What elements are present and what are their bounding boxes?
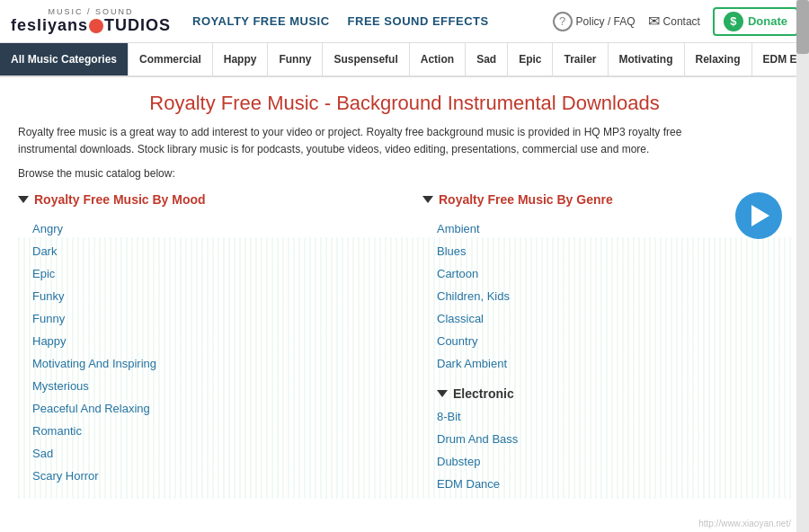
list-item: Dubstep [422,450,791,473]
mood-section-header: Royalty Free Music By Mood [18,192,387,207]
list-item: Sad [18,442,387,465]
triangle-down-icon-3 [437,390,448,397]
cat-funny[interactable]: Funny [268,43,323,75]
main-nav: ROYALTY FREE MUSIC FREE SOUND EFFECTS [192,14,552,28]
play-icon [751,205,769,226]
genre-country-link[interactable]: Country [437,334,478,348]
genre-blues-link[interactable]: Blues [437,244,467,258]
list-item: Country [422,330,791,352]
mood-funky-link[interactable]: Funky [32,289,64,303]
genre-dubstep-link[interactable]: Dubstep [437,455,480,468]
electronic-title: Electronic [453,386,514,401]
policy-faq-link[interactable]: ? Policy / FAQ [553,12,636,31]
genre-cartoon-link[interactable]: Cartoon [437,267,478,280]
list-item: Drum And Bass [422,428,791,450]
triangle-down-icon [18,196,29,203]
mood-scary-link[interactable]: Scary Horror [32,469,99,483]
genre-edm-link[interactable]: EDM Dance [437,477,500,491]
list-item: Funny [18,307,387,330]
cat-action[interactable]: Action [410,43,466,75]
donate-label: Donate [748,14,787,28]
genre-list: Ambient Blues Cartoon Children, Kids Cla… [422,217,791,375]
genre-dark-ambient-link[interactable]: Dark Ambient [437,357,507,370]
list-item: Scary Horror [18,465,387,487]
electronic-header: Electronic [422,382,791,405]
mood-peaceful-link[interactable]: Peaceful And Relaxing [32,402,150,415]
mood-angry-link[interactable]: Angry [32,222,63,235]
main-content: Royalty Free Music - Background Instrume… [0,77,809,513]
mood-list: Angry Dark Epic Funky Funny Happy Motiva… [18,217,387,487]
cat-sad[interactable]: Sad [466,43,508,75]
list-item: Mysterious [18,375,387,397]
page-title: Royalty Free Music - Background Instrume… [18,92,791,115]
mood-romantic-link[interactable]: Romantic [32,424,82,438]
contact-label: Contact [663,15,700,28]
list-item: Epic [18,262,387,285]
list-item: Funky [18,285,387,307]
mood-section-title: Royalty Free Music By Mood [34,192,206,207]
mood-sad-link[interactable]: Sad [32,447,53,460]
list-item: Children, Kids [422,285,791,307]
logo[interactable]: MUSIC / SOUND fesliyansTUDIOS [11,7,171,35]
cat-suspenseful[interactable]: Suspenseful [323,43,409,75]
list-item: Angry [18,217,387,240]
donate-button[interactable]: $ Donate [713,7,798,36]
question-icon: ? [553,12,573,31]
scrollbar-thumb[interactable] [796,0,809,54]
list-item: Classical [422,307,791,330]
cat-commercial[interactable]: Commercial [129,43,213,75]
browse-label: Browse the music catalog below: [18,167,791,180]
list-item: Romantic [18,420,387,442]
header: MUSIC / SOUND fesliyansTUDIOS ROYALTY FR… [0,0,809,43]
list-item: Happy [18,330,387,352]
cat-relaxing[interactable]: Relaxing [685,43,752,75]
scrollbar[interactable] [796,0,809,513]
mood-column: Royalty Free Music By Mood Angry Dark Ep… [18,192,387,499]
genre-section-title: Royalty Free Music By Genre [439,192,613,207]
contact-link[interactable]: ✉ Contact [648,13,700,30]
logo-circle-icon [89,19,103,33]
mood-epic-link[interactable]: Epic [32,267,55,280]
mood-motivating-link[interactable]: Motivating And Inspiring [32,357,156,370]
page-description: Royalty free music is a great way to add… [18,124,791,158]
category-nav: All Music Categories Commercial Happy Fu… [0,43,809,77]
genre-dnb-link[interactable]: Drum And Bass [437,432,518,446]
genre-classical-link[interactable]: Classical [437,312,484,325]
cat-happy[interactable]: Happy [213,43,269,75]
list-item: Cartoon [422,262,791,285]
dollar-icon: $ [724,12,743,31]
header-right: ? Policy / FAQ ✉ Contact $ Donate [553,7,798,36]
list-item: Dark Ambient [422,352,791,375]
policy-label: Policy / FAQ [576,15,636,28]
mood-mysterious-link[interactable]: Mysterious [32,379,89,393]
royalty-free-music-link[interactable]: ROYALTY FREE MUSIC [192,14,330,28]
mood-happy-link[interactable]: Happy [32,334,67,348]
mood-dark-link[interactable]: Dark [32,244,57,258]
list-item: Motivating And Inspiring [18,352,387,375]
genre-children-link[interactable]: Children, Kids [437,289,510,303]
cat-epic[interactable]: Epic [508,43,553,75]
list-item: Blues [422,240,791,262]
triangle-down-icon-2 [422,196,433,203]
mail-icon: ✉ [648,13,660,30]
mood-funny-link[interactable]: Funny [32,312,65,325]
logo-main-text: fesliyansTUDIOS [11,16,171,35]
genre-8bit-link[interactable]: 8-Bit [437,410,461,423]
cat-trailer[interactable]: Trailer [553,43,608,75]
list-item: Dark [18,240,387,262]
logo-top-text: MUSIC / SOUND [49,7,134,16]
electronic-subsection: Electronic 8-Bit Drum And Bass Dubstep E… [422,382,791,495]
genre-ambient-link[interactable]: Ambient [437,222,480,235]
electronic-list: 8-Bit Drum And Bass Dubstep EDM Dance [422,405,791,495]
list-item: 8-Bit [422,405,791,428]
music-columns: Royalty Free Music By Mood Angry Dark Ep… [18,192,791,499]
cat-motivating[interactable]: Motivating [609,43,685,75]
cat-all-music[interactable]: All Music Categories [0,43,129,75]
play-button[interactable] [735,192,782,239]
list-item: EDM Dance [422,473,791,495]
content-area: Royalty Free Music By Mood Angry Dark Ep… [18,192,791,499]
free-sound-effects-link[interactable]: FREE SOUND EFFECTS [348,14,489,28]
list-item: Peaceful And Relaxing [18,397,387,420]
play-button-container [735,192,782,239]
